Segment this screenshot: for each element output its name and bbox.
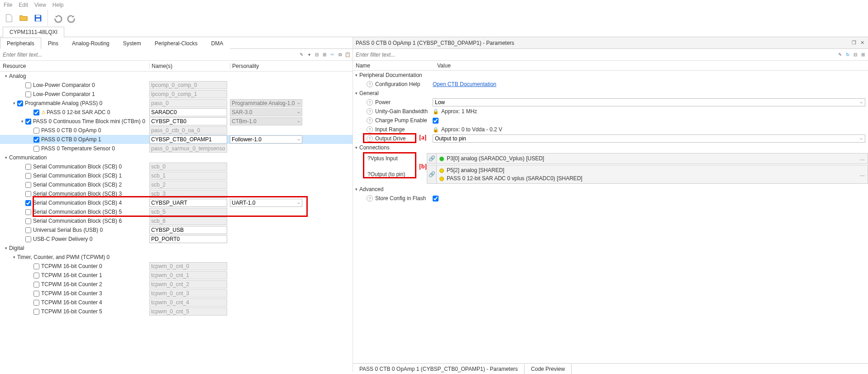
expand-params-icon[interactable]: ⊞ bbox=[860, 52, 866, 58]
resource-tree[interactable]: ▾AnalogLow-Power Comparator 0Low-Power C… bbox=[0, 72, 353, 372]
enable-checkbox[interactable] bbox=[17, 101, 23, 106]
tab-dma[interactable]: DMA bbox=[205, 38, 230, 49]
tree-item[interactable]: Serial Communication Block (SCB) 0 bbox=[0, 162, 353, 171]
help-icon[interactable]: ? bbox=[367, 126, 373, 133]
menu-file[interactable]: File bbox=[4, 2, 12, 8]
enable-checkbox[interactable] bbox=[33, 137, 39, 143]
tree-item[interactable]: ▾Programmable Analog (PASS) 0 bbox=[0, 99, 353, 108]
disclosure-icon[interactable]: ▾ bbox=[3, 154, 9, 161]
enable-checkbox[interactable] bbox=[33, 282, 39, 288]
resource-name-input[interactable] bbox=[149, 117, 227, 125]
disclosure-icon[interactable]: ▾ bbox=[353, 187, 359, 192]
param-filter-input[interactable] bbox=[353, 50, 835, 60]
disclosure-icon[interactable]: ▾ bbox=[353, 73, 359, 77]
enable-checkbox[interactable] bbox=[33, 128, 39, 134]
tree-item[interactable]: TCPWM 16-bit Counter 2 bbox=[0, 280, 353, 289]
disclosure-icon[interactable]: ▾ bbox=[11, 254, 17, 260]
enable-checkbox[interactable] bbox=[25, 173, 31, 179]
enable-checkbox[interactable] bbox=[25, 236, 31, 242]
tree-group[interactable]: ▾Timer, Counter, and PWM (TCPWM) 0 bbox=[0, 253, 353, 262]
enable-checkbox[interactable] bbox=[33, 264, 39, 269]
collapse-icon[interactable]: ⊟ bbox=[314, 52, 320, 58]
tree-group[interactable]: ▾Communication bbox=[0, 153, 353, 162]
enable-checkbox[interactable] bbox=[25, 82, 31, 88]
tree-item[interactable]: PASS 0 Temperature Sensor 0 bbox=[0, 144, 353, 153]
personality-select[interactable] bbox=[230, 135, 302, 144]
resource-name-input[interactable] bbox=[149, 135, 227, 144]
enable-checkbox[interactable] bbox=[25, 119, 31, 125]
tab-peripherals[interactable]: Peripherals bbox=[0, 38, 41, 49]
tree-item[interactable]: Serial Communication Block (SCB) 3 bbox=[0, 189, 353, 198]
clear-filter-icon[interactable]: ✎ bbox=[298, 52, 305, 58]
undo-icon[interactable] bbox=[51, 12, 64, 24]
disclosure-icon[interactable]: ▾ bbox=[353, 145, 359, 150]
help-icon[interactable]: ? bbox=[367, 155, 371, 162]
close-panel-icon[interactable]: ✕ bbox=[859, 40, 865, 46]
tree-item[interactable]: ▾PASS 0 Continuous Time Block mini (CTBm… bbox=[0, 117, 353, 126]
tree-item[interactable]: Serial Communication Block (SCB) 6 bbox=[0, 216, 353, 225]
disclosure-icon[interactable]: ▾ bbox=[3, 73, 9, 79]
tree-item[interactable]: ⚠PASS 0 12-bit SAR ADC 0 bbox=[0, 108, 353, 117]
param-group[interactable]: ▾General bbox=[353, 89, 868, 98]
bottom-tab-code-preview[interactable]: Code Preview bbox=[525, 364, 572, 374]
tab-analog-routing[interactable]: Analog-Routing bbox=[65, 38, 116, 49]
menu-help[interactable]: Help bbox=[52, 2, 64, 8]
enable-checkbox[interactable] bbox=[33, 146, 39, 152]
param-group[interactable]: ▾Peripheral Documentation bbox=[353, 71, 868, 80]
enable-checkbox[interactable] bbox=[25, 182, 31, 188]
enable-checkbox[interactable] bbox=[25, 209, 31, 215]
parameters-list[interactable]: ▾Peripheral Documentation?Configuration … bbox=[353, 71, 868, 372]
resource-name-input[interactable] bbox=[149, 235, 227, 243]
enable-checkbox[interactable] bbox=[25, 164, 31, 170]
enable-checkbox[interactable] bbox=[25, 91, 31, 97]
disclosure-icon[interactable]: ▾ bbox=[3, 245, 9, 251]
tree-item[interactable]: TCPWM 16-bit Counter 3 bbox=[0, 289, 353, 298]
link-icon[interactable]: 🔗 bbox=[429, 171, 435, 177]
resource-name-input[interactable] bbox=[149, 226, 227, 234]
help-icon[interactable]: ? bbox=[367, 108, 373, 115]
disclosure-icon[interactable]: ▾ bbox=[19, 118, 25, 125]
enable-checkbox[interactable] bbox=[25, 200, 31, 206]
enable-checkbox[interactable] bbox=[33, 300, 39, 306]
more-icon[interactable]: … bbox=[859, 155, 865, 162]
tab-pins[interactable]: Pins bbox=[41, 38, 65, 49]
tree-item[interactable]: TCPWM 16-bit Counter 1 bbox=[0, 271, 353, 280]
tree-item[interactable]: Universal Serial Bus (USB) 0 bbox=[0, 225, 353, 235]
resource-filter-input[interactable] bbox=[0, 50, 296, 60]
param-select[interactable] bbox=[433, 98, 865, 106]
save-icon[interactable] bbox=[32, 12, 44, 24]
tree-item[interactable]: Serial Communication Block (SCB) 1 bbox=[0, 171, 353, 180]
help-icon[interactable]: ? bbox=[367, 135, 373, 142]
redo-icon[interactable] bbox=[66, 12, 78, 24]
param-select[interactable] bbox=[433, 134, 865, 143]
menu-edit[interactable]: Edit bbox=[19, 2, 28, 8]
tree-item[interactable]: USB-C Power Delivery 0 bbox=[0, 235, 353, 244]
enable-checkbox[interactable] bbox=[33, 110, 39, 115]
help-icon[interactable]: ? bbox=[367, 99, 373, 105]
personality-select[interactable] bbox=[230, 199, 302, 207]
tree-item[interactable]: TCPWM 16-bit Counter 5 bbox=[0, 307, 353, 316]
collapse-params-icon[interactable]: ⊟ bbox=[852, 52, 858, 58]
enable-checkbox[interactable] bbox=[25, 218, 31, 224]
tree-item[interactable]: PASS 0 CTB 0 OpAmp 1 bbox=[0, 135, 353, 144]
help-icon[interactable]: ? bbox=[367, 171, 371, 177]
connection-value[interactable]: P3[0] analog (SARADC0_Vplus) [USED]… bbox=[437, 153, 868, 164]
open-folder-icon[interactable] bbox=[17, 12, 30, 24]
connection-value[interactable]: P5[2] analog [SHARED]PASS 0 12-bit SAR A… bbox=[437, 165, 868, 184]
enable-checkbox[interactable] bbox=[25, 227, 31, 233]
enable-checkbox[interactable] bbox=[25, 191, 31, 197]
link-icon[interactable]: 🔗 bbox=[429, 155, 435, 162]
bottom-tab-parameters[interactable]: PASS 0 CTB 0 OpAmp 1 (CYBSP_CTB0_OPAMP1)… bbox=[353, 364, 525, 374]
expand-icon[interactable]: ⊞ bbox=[321, 52, 328, 58]
menu-view[interactable]: View bbox=[34, 2, 46, 8]
enable-checkbox[interactable] bbox=[33, 309, 39, 315]
tab-system[interactable]: System bbox=[116, 38, 148, 49]
help-icon[interactable]: ? bbox=[367, 195, 373, 201]
resource-name-input[interactable] bbox=[149, 108, 227, 116]
doc-link[interactable]: Open CTB Documentation bbox=[433, 81, 496, 87]
cut-icon[interactable]: ✂ bbox=[329, 52, 335, 58]
refresh-icon[interactable]: ↻ bbox=[844, 52, 851, 58]
tree-item[interactable]: Low-Power Comparator 1 bbox=[0, 90, 353, 99]
clear-param-filter-icon[interactable]: ✎ bbox=[837, 52, 843, 58]
tab-peripheral-clocks[interactable]: Peripheral-Clocks bbox=[148, 38, 205, 49]
